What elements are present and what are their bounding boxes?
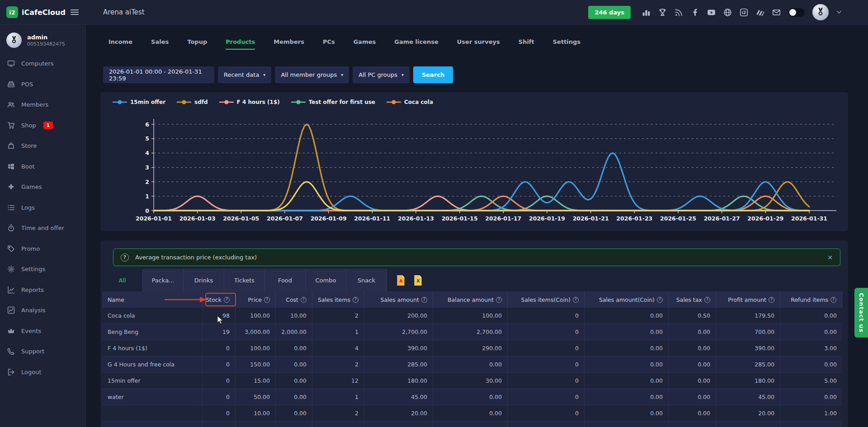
- category-tab-food[interactable]: Food: [265, 269, 306, 291]
- mail-icon[interactable]: [772, 8, 781, 17]
- shop-badge: 1: [43, 122, 53, 129]
- license-days-badge[interactable]: 246 days: [588, 6, 631, 19]
- column-header-sales-tax[interactable]: Sales tax?: [669, 291, 716, 308]
- legend-item-test-offer-for-first-use[interactable]: Test offer for first use: [291, 99, 375, 105]
- column-header-profit-amount[interactable]: Profit amount?: [716, 291, 780, 308]
- tab-topup[interactable]: Topup: [187, 38, 207, 50]
- column-header-sales-items[interactable]: Sales items?: [312, 291, 364, 308]
- sidebar-item-pos[interactable]: POS: [0, 74, 85, 95]
- table-row[interactable]: 15min offer015.000.0012180.0030.0000.000…: [102, 373, 842, 389]
- legend-item-15min-offer[interactable]: 15min offer: [112, 99, 165, 105]
- svg-text:2026-01-09: 2026-01-09: [311, 215, 347, 222]
- table-row[interactable]: water050.000.00145.000.0000.000.0045.000…: [102, 389, 842, 405]
- tab-income[interactable]: Income: [108, 38, 132, 50]
- table-header: Name Stock? Price? Cost? Sales items? Sa…: [102, 291, 842, 308]
- column-header-refund-items[interactable]: Refund items?: [780, 291, 842, 308]
- tab-game-license[interactable]: Game license: [394, 38, 439, 50]
- tab-products[interactable]: Products: [226, 38, 255, 50]
- layers-icon[interactable]: [756, 8, 764, 17]
- column-header-name[interactable]: Name: [102, 291, 203, 308]
- chevron-down-icon: ▾: [263, 72, 265, 77]
- table-row[interactable]: Beng Beng193,000.002,000.0012,700.002,70…: [102, 324, 842, 340]
- ranking-icon[interactable]: [642, 8, 651, 17]
- table-row[interactable]: 010.000.00220.000.0000.000.0020.001.00: [102, 405, 842, 422]
- data-mode-select[interactable]: Recent data▾: [218, 66, 271, 83]
- category-tabs: AllPacka...DrinksTicketsFoodComboSnack A…: [102, 269, 423, 291]
- search-button[interactable]: Search: [413, 66, 453, 83]
- category-tab-all[interactable]: All: [102, 269, 143, 291]
- menu-toggle-icon[interactable]: [71, 9, 79, 15]
- rss-icon[interactable]: [675, 8, 683, 17]
- sidebar-item-store[interactable]: Store: [0, 136, 85, 156]
- chevron-down-icon: ▾: [401, 72, 404, 77]
- category-tab-combo[interactable]: Combo: [306, 269, 346, 291]
- sidebar-item-computers[interactable]: Computers: [0, 53, 85, 74]
- tab-pcs[interactable]: PCs: [323, 38, 335, 50]
- sidebar-item-events[interactable]: Events: [0, 321, 85, 342]
- help-icon: ?: [830, 297, 836, 303]
- sidebar-item-logs[interactable]: Logs: [0, 197, 85, 218]
- sidebar-item-boot[interactable]: Boot: [0, 156, 85, 177]
- sidebar-item-time-and-offer[interactable]: Time and offer: [0, 218, 85, 239]
- sidebar-item-analysis[interactable]: Analysis: [0, 300, 85, 321]
- column-header-price[interactable]: Price?: [236, 291, 276, 308]
- help-icon: ?: [573, 297, 579, 303]
- sidebar-item-shop[interactable]: Shop 1: [0, 115, 85, 136]
- trophy-icon[interactable]: [658, 8, 667, 17]
- svg-text:2026-01-25: 2026-01-25: [660, 215, 696, 222]
- chevron-down-icon: ▾: [341, 72, 343, 77]
- column-header-stock[interactable]: Stock?: [203, 291, 236, 308]
- export-excel-button[interactable]: X: [413, 275, 423, 286]
- user-avatar[interactable]: [812, 4, 829, 20]
- legend-item-coca-cola[interactable]: Coca cola: [386, 99, 433, 105]
- legend-item-sdfd[interactable]: sdfd: [176, 99, 208, 105]
- legend-item-f-4-hours-1[interactable]: F 4 hours (1$): [219, 99, 280, 105]
- banner-close-icon[interactable]: ✕: [827, 254, 833, 261]
- support-icon: [7, 347, 15, 355]
- pos-icon: [7, 80, 15, 88]
- logout-icon: [7, 368, 15, 376]
- column-header-cost[interactable]: Cost?: [276, 291, 312, 308]
- category-tab-tickets[interactable]: Tickets: [224, 269, 265, 291]
- tab-sales[interactable]: Sales: [151, 38, 169, 50]
- category-tab-snack[interactable]: Snack: [346, 269, 387, 291]
- tab-members[interactable]: Members: [274, 38, 304, 50]
- column-header-balance-amount[interactable]: Balance amount?: [433, 291, 508, 308]
- tab-settings[interactable]: Settings: [553, 38, 580, 50]
- pc-groups-select[interactable]: All PC groups▾: [353, 66, 410, 83]
- sidebar-item-support[interactable]: Support: [0, 341, 85, 362]
- facebook-icon[interactable]: [691, 8, 699, 17]
- tab-shift[interactable]: Shift: [519, 38, 534, 50]
- tab-user-surveys[interactable]: User surveys: [457, 38, 500, 50]
- sidebar-avatar: [6, 33, 22, 48]
- table-row[interactable]: G 4 Hours and free cola0150.000.002285.0…: [102, 357, 842, 373]
- export-pdf-button[interactable]: A: [396, 275, 406, 286]
- sidebar-item-members[interactable]: Members: [0, 94, 85, 115]
- youtube-icon[interactable]: [707, 8, 716, 17]
- sidebar-item-reports[interactable]: Reports: [0, 280, 85, 300]
- globe-icon[interactable]: [723, 8, 732, 17]
- icafecloud-app-icon[interactable]: i2: [740, 8, 748, 17]
- category-tab-drinks[interactable]: Drinks: [184, 269, 224, 291]
- medal-icon: [815, 7, 826, 18]
- sidebar-item-settings[interactable]: Settings: [0, 259, 85, 280]
- column-header-sales-amount[interactable]: Sales amount?: [364, 291, 433, 308]
- column-header-sales-items-coin[interactable]: Sales items(Coin)?: [508, 291, 585, 308]
- sidebar-item-logout[interactable]: Logout: [0, 362, 85, 383]
- contact-us-button[interactable]: Contact us: [854, 288, 868, 338]
- chevron-down-icon[interactable]: [836, 10, 842, 14]
- legend-marker: [291, 99, 306, 105]
- table-row[interactable]: Coca cola98100.0010.002200.00100.0000.00…: [102, 308, 842, 324]
- date-range-input[interactable]: 2026-01-01 00:00 - 2026-01-31 23:59: [103, 66, 214, 83]
- category-tab-packa[interactable]: Packa...: [143, 269, 184, 291]
- sidebar-item-games[interactable]: Games: [0, 177, 85, 197]
- column-header-sales-amount-coin[interactable]: Sales amount(Coin)?: [585, 291, 669, 308]
- sidebar-item-promo[interactable]: Promo: [0, 239, 85, 259]
- table-row[interactable]: F 4 hours (1$)0100.000.004390.00290.0000…: [102, 340, 842, 357]
- tab-games[interactable]: Games: [354, 38, 376, 50]
- theme-toggle[interactable]: [788, 8, 805, 17]
- table-row[interactable]: sdfd01.000.0087.800.0000.000.007.800.00: [102, 422, 842, 427]
- member-groups-select[interactable]: All member groups▾: [275, 66, 349, 83]
- sidebar-user[interactable]: admin 005193482475: [0, 25, 85, 53]
- svg-text:2026-01-05: 2026-01-05: [223, 215, 259, 222]
